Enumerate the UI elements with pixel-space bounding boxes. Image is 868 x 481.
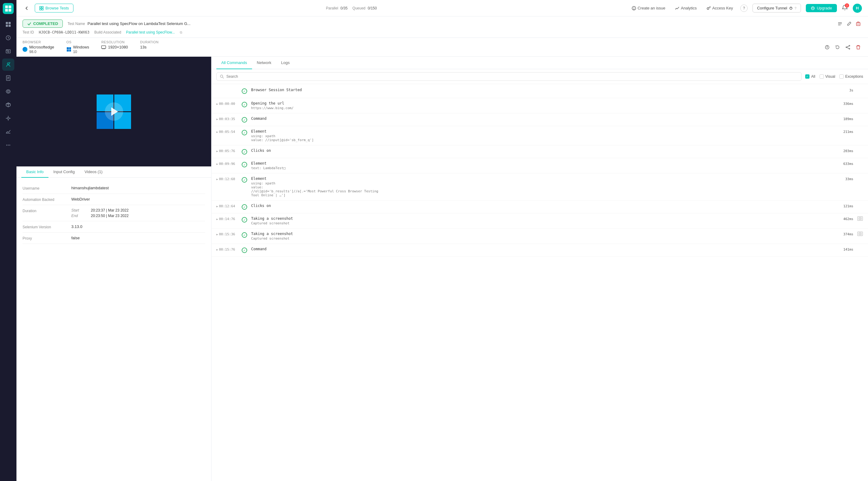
sidebar-item-automation[interactable] <box>2 59 14 71</box>
username-row: Username himanshujlambdatest <box>23 183 205 194</box>
cmd-status-icon: ✓ <box>241 177 247 183</box>
sidebar-item-visual[interactable] <box>2 85 14 97</box>
check-icon: ✓ <box>242 149 247 154</box>
analytics-button[interactable]: Analytics <box>673 5 699 11</box>
bottom-tab-bar: Basic Info Input Config Videos (1) <box>17 167 211 178</box>
search-icon <box>220 74 224 79</box>
tab-basic-info[interactable]: Basic Info <box>21 167 49 178</box>
svg-point-35 <box>633 9 634 9</box>
notification-button[interactable]: 2 <box>842 5 848 11</box>
svg-rect-2 <box>5 9 8 11</box>
cmd-timestamp: ▶ 00:15:36 <box>216 232 238 236</box>
exceptions-checkbox[interactable] <box>839 74 844 79</box>
cmd-action[interactable] <box>857 232 863 236</box>
list-item: ▶ 00:05:54 ✓ Element using: xpathvalue: … <box>212 126 868 145</box>
filter-all[interactable]: ✓ All <box>805 74 815 79</box>
check-icon: ✓ <box>242 102 247 107</box>
tab-logs[interactable]: Logs <box>276 57 294 69</box>
filter-exceptions[interactable]: Exceptions <box>839 74 863 79</box>
list-icon[interactable] <box>836 20 844 27</box>
content-area: COMPLETED Test Name Parallel test using … <box>17 17 868 481</box>
sidebar-item-box[interactable] <box>2 99 14 111</box>
right-panel: All Commands Network Logs ✓ All <box>212 57 868 481</box>
browse-tests-button[interactable]: Browse Tests <box>35 4 73 12</box>
topbar: Browse Tests Parallel 0/35 Queued 0/150 … <box>17 0 868 17</box>
check-icon: ✓ <box>242 117 247 123</box>
cmd-action[interactable] <box>857 216 863 221</box>
visual-checkbox[interactable] <box>819 74 824 79</box>
parallel-queued-info: Parallel 0/35 Queued 0/150 <box>326 6 377 10</box>
screenshot-preview-icon[interactable] <box>857 216 863 221</box>
search-input[interactable] <box>226 74 799 79</box>
edit-icon[interactable] <box>845 20 853 27</box>
browser-name-value: Microsoftedge 98.0 <box>29 45 54 54</box>
list-item: ▶ 00:00:00 ✓ Opening the url https://www… <box>212 98 868 113</box>
cmd-name: Clicks on <box>251 204 835 208</box>
cmd-timestamp: ▶ 00:14:76 <box>216 216 238 221</box>
main-content: Browse Tests Parallel 0/35 Queued 0/150 … <box>17 0 868 481</box>
play-icon <box>111 107 118 116</box>
copy-build-icon[interactable]: ⧉ <box>180 30 182 34</box>
cmd-content: Taking a screenshot Captured screenshot <box>251 232 835 241</box>
tab-network[interactable]: Network <box>252 57 276 69</box>
test-meta-row: COMPLETED Test Name Parallel test using … <box>23 20 862 28</box>
upgrade-button[interactable]: Upgrade <box>806 4 837 12</box>
tab-input-config[interactable]: Input Config <box>49 167 80 178</box>
sidebar-item-dashboard[interactable] <box>2 18 14 30</box>
svg-rect-70 <box>859 218 862 220</box>
sidebar-item-integrations[interactable] <box>2 112 14 124</box>
cmd-name: Element <box>251 129 835 133</box>
search-box[interactable] <box>216 72 802 81</box>
cmd-status-icon: ✓ <box>241 232 247 238</box>
svg-rect-1 <box>8 5 11 8</box>
trash-icon[interactable] <box>855 43 862 51</box>
cmd-content: Clicks on <box>251 204 835 208</box>
sidebar-item-docs[interactable] <box>2 72 14 84</box>
access-key-button[interactable]: Access Key <box>704 5 736 11</box>
tab-all-commands[interactable]: All Commands <box>216 57 252 69</box>
info-icon[interactable] <box>824 43 831 51</box>
automation-row: Automation Backed WebDriver <box>23 194 205 205</box>
reload-icon[interactable] <box>834 43 841 51</box>
share-icon[interactable] <box>844 43 851 51</box>
configure-tunnel-button[interactable]: Configure Tunnel ? <box>752 4 801 12</box>
commands-tab-bar: All Commands Network Logs <box>212 57 868 69</box>
cmd-detail: Captured screenshot <box>251 237 835 241</box>
screenshot-preview-icon[interactable] <box>857 232 863 236</box>
sidebar-item-screenshot[interactable] <box>2 45 14 57</box>
cmd-content: Command <box>251 247 835 251</box>
svg-point-62 <box>827 46 828 47</box>
cmd-status-icon: ✓ <box>241 117 247 123</box>
all-checkbox[interactable]: ✓ <box>805 74 809 79</box>
cmd-duration: 203ms <box>838 148 854 153</box>
cmd-content: Clicks on <box>251 148 835 153</box>
sidebar-item-realtime[interactable] <box>2 32 14 44</box>
cmd-timestamp <box>216 88 238 88</box>
help-button[interactable]: ? <box>740 5 748 12</box>
sidebar-item-more[interactable] <box>2 139 14 151</box>
topbar-right: Create an issue Analytics Access Key ? C… <box>629 4 862 13</box>
sidebar <box>0 0 17 481</box>
svg-rect-31 <box>40 8 41 10</box>
svg-line-66 <box>847 46 849 47</box>
back-button[interactable] <box>23 4 31 12</box>
cmd-duration: 633ms <box>838 161 854 166</box>
sidebar-item-analytics[interactable] <box>2 126 14 138</box>
cmd-name: Command <box>251 116 835 121</box>
play-button[interactable] <box>105 102 123 121</box>
browser-icon <box>23 47 27 52</box>
svg-line-69 <box>222 77 223 78</box>
create-issue-button[interactable]: Create an issue <box>629 5 668 11</box>
cmd-status-icon: ✓ <box>241 204 247 210</box>
cmd-status-icon: ✓ <box>241 101 247 108</box>
list-item: ▶ 00:12:60 ✓ Element using: xpathvalue:/… <box>212 174 868 201</box>
cmd-content: Opening the url https://www.bing.com/ <box>251 101 835 110</box>
cmd-timestamp: ▶ 00:03:35 <box>216 116 238 121</box>
cmd-duration: 33ms <box>838 177 854 181</box>
delete-icon[interactable] <box>855 20 862 27</box>
user-avatar[interactable]: H <box>853 4 862 13</box>
sidebar-logo[interactable] <box>3 3 14 14</box>
tab-videos[interactable]: Videos (1) <box>80 167 107 178</box>
filter-visual[interactable]: Visual <box>819 74 835 79</box>
svg-rect-29 <box>40 6 41 8</box>
